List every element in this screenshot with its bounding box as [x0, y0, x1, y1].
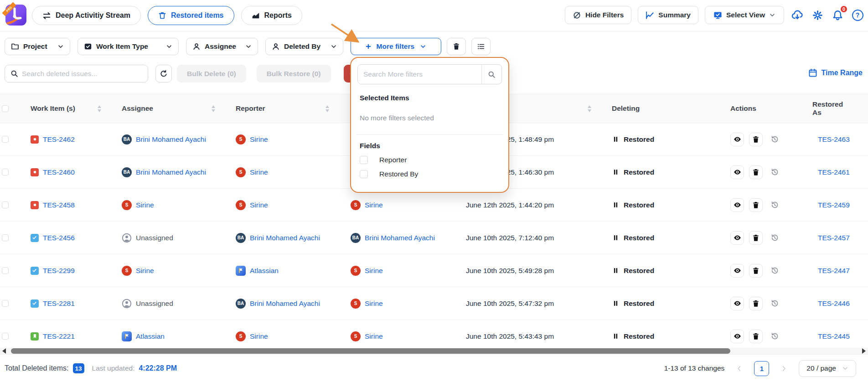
- view-action-button[interactable]: [730, 133, 744, 146]
- user-link[interactable]: Sirine: [250, 168, 268, 176]
- user-link[interactable]: Brini Mohamed Ayachi: [365, 234, 435, 242]
- user-link[interactable]: Sirine: [250, 201, 268, 209]
- select-all-checkbox[interactable]: [2, 105, 9, 112]
- user-link[interactable]: Sirine: [250, 135, 268, 144]
- user-link[interactable]: Sirine: [365, 267, 383, 275]
- work-item-link[interactable]: TES-2456: [43, 234, 75, 242]
- user-link[interactable]: Sirine: [365, 332, 383, 341]
- restored-as-link[interactable]: TES-2459: [818, 201, 850, 209]
- deleted-by-filter-dropdown[interactable]: Deleted By: [265, 38, 343, 55]
- user-link[interactable]: Brini Mohamed Ayachi: [250, 234, 320, 242]
- view-action-button[interactable]: [730, 264, 744, 278]
- user-link[interactable]: Brini Mohamed Ayachi: [250, 299, 320, 308]
- help-button[interactable]: ?: [851, 8, 864, 22]
- user-link[interactable]: Sirine: [136, 267, 154, 275]
- user-link[interactable]: Sirine: [365, 299, 383, 308]
- work-item-link[interactable]: TES-2458: [43, 201, 75, 209]
- restore-history-button[interactable]: [768, 133, 781, 146]
- work-item-link[interactable]: TES-2460: [43, 168, 75, 176]
- restore-history-button[interactable]: [768, 330, 781, 343]
- popup-search-input[interactable]: [358, 65, 481, 84]
- user-link[interactable]: Atlassian: [136, 332, 165, 341]
- reporter-checkbox[interactable]: [360, 156, 368, 164]
- row-checkbox[interactable]: [2, 136, 9, 143]
- view-action-button[interactable]: [730, 198, 744, 212]
- assignee-filter-dropdown[interactable]: Assignee: [186, 38, 258, 55]
- restored-as-link[interactable]: TES-2446: [818, 299, 850, 308]
- user-link[interactable]: Sirine: [365, 201, 383, 209]
- work-item-link[interactable]: TES-2299: [43, 267, 75, 275]
- row-checkbox[interactable]: [2, 234, 9, 241]
- restore-history-button[interactable]: [768, 198, 781, 212]
- time-range-button[interactable]: Time Range: [808, 68, 863, 77]
- list-view-button[interactable]: [471, 38, 491, 55]
- select-view-dropdown[interactable]: Select View: [705, 6, 784, 24]
- restored-as-link[interactable]: TES-2461: [818, 168, 850, 176]
- view-action-button[interactable]: [730, 231, 744, 245]
- view-action-button[interactable]: [730, 297, 744, 310]
- restored-as-link[interactable]: TES-2445: [818, 332, 850, 341]
- horizontal-scrollbar: [0, 348, 868, 354]
- user-link[interactable]: Brini Mohamed Ayachi: [136, 135, 206, 144]
- delete-action-button[interactable]: [749, 133, 763, 146]
- restore-history-button[interactable]: [768, 165, 781, 179]
- restore-history-button[interactable]: [768, 297, 781, 310]
- restore-history-button[interactable]: [768, 264, 781, 278]
- tab-restored-items[interactable]: Restored items: [148, 6, 234, 25]
- field-option-restored-by[interactable]: Restored By: [360, 170, 502, 178]
- delete-action-button[interactable]: [749, 297, 763, 310]
- restored-by-checkbox[interactable]: [360, 170, 368, 178]
- delete-filter-button[interactable]: [447, 38, 466, 55]
- view-action-button[interactable]: [730, 165, 744, 179]
- project-filter-dropdown[interactable]: Project: [5, 38, 70, 55]
- sort-control[interactable]: [98, 105, 101, 112]
- delete-action-button[interactable]: [749, 330, 763, 343]
- cloud-download-button[interactable]: [790, 8, 804, 22]
- user-link[interactable]: Sirine: [136, 201, 154, 209]
- user-link[interactable]: Brini Mohamed Ayachi: [136, 168, 206, 176]
- delete-action-button[interactable]: [749, 165, 763, 179]
- restored-as-link[interactable]: TES-2457: [818, 234, 850, 242]
- scroll-left-arrow[interactable]: [2, 348, 6, 354]
- next-page-button[interactable]: [780, 365, 787, 372]
- popup-search-button[interactable]: [481, 65, 501, 84]
- bulk-restore-button[interactable]: Bulk Restore (0): [257, 65, 331, 83]
- refresh-button[interactable]: [155, 65, 172, 83]
- work-item-link[interactable]: TES-2462: [43, 135, 75, 144]
- row-checkbox[interactable]: [2, 267, 9, 274]
- field-option-reporter[interactable]: Reporter: [360, 156, 502, 164]
- row-checkbox[interactable]: [2, 333, 9, 340]
- view-action-button[interactable]: [730, 330, 744, 343]
- work-item-type-filter-dropdown[interactable]: Work Item Type: [78, 38, 179, 55]
- notifications-button[interactable]: 0: [831, 8, 844, 22]
- restore-history-button[interactable]: [768, 231, 781, 245]
- sort-control[interactable]: [212, 105, 215, 112]
- tab-deep-activity-stream[interactable]: Deep Activitiy Stream: [32, 6, 141, 25]
- scroll-right-arrow[interactable]: [862, 348, 866, 354]
- delete-action-button[interactable]: [749, 198, 763, 212]
- scrollbar-thumb[interactable]: [11, 348, 730, 354]
- work-item-link[interactable]: TES-2281: [43, 299, 75, 308]
- user-link[interactable]: Sirine: [250, 332, 268, 341]
- settings-button[interactable]: [811, 8, 824, 22]
- delete-action-button[interactable]: [749, 264, 763, 278]
- restored-as-link[interactable]: TES-2463: [818, 135, 850, 144]
- user-link[interactable]: Atlassian: [250, 267, 279, 275]
- work-item-link[interactable]: TES-2221: [43, 332, 75, 341]
- row-checkbox[interactable]: [2, 300, 9, 307]
- summary-button[interactable]: Summary: [638, 6, 698, 24]
- delete-action-button[interactable]: [749, 231, 763, 245]
- row-checkbox[interactable]: [2, 201, 9, 208]
- sort-control[interactable]: [588, 105, 591, 112]
- hide-filters-button[interactable]: Hide Filters: [565, 6, 631, 24]
- more-filters-button[interactable]: + More filters: [351, 38, 441, 55]
- page-size-dropdown[interactable]: 20 / page: [799, 360, 856, 377]
- restored-as-link[interactable]: TES-2447: [818, 267, 850, 275]
- row-checkbox[interactable]: [2, 169, 9, 176]
- prev-page-button[interactable]: [736, 365, 743, 372]
- page-number-button[interactable]: 1: [754, 361, 769, 376]
- tab-reports[interactable]: Reports: [241, 6, 302, 25]
- sort-control[interactable]: [326, 105, 329, 112]
- bulk-delete-button[interactable]: Bulk Delete (0): [177, 65, 246, 83]
- search-deleted-issues-input[interactable]: [22, 70, 142, 78]
